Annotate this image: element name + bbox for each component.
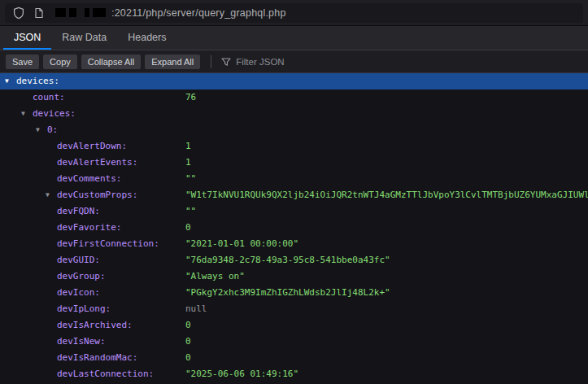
save-button[interactable]: Save xyxy=(6,55,39,69)
json-key: devGUID: xyxy=(0,252,100,268)
filter-json xyxy=(220,56,350,67)
json-value: "2025-06-06 01:49:16" xyxy=(185,366,298,382)
json-key: devIpLong: xyxy=(0,301,111,317)
expand-all-button[interactable]: Expand All xyxy=(145,55,200,69)
tab-json[interactable]: JSON xyxy=(3,26,51,50)
json-key: devIcon: xyxy=(0,285,100,301)
url-text: :20211/php/server/query_graphql.php xyxy=(111,7,286,19)
twisty-expanded-icon[interactable]: ▼ xyxy=(21,106,32,122)
json-row-devLastConnection[interactable]: devLastConnection:"2025-06-06 01:49:16" xyxy=(0,366,588,382)
json-value: "W1t7IkNVU1RQUk9QX2ljb24iOiJQR2tnWTJ4aGM… xyxy=(185,187,588,203)
json-row-devices[interactable]: ▼devices: xyxy=(0,73,588,89)
json-value: null xyxy=(185,301,207,317)
json-key: devices: xyxy=(0,106,76,122)
json-value: "" xyxy=(185,171,196,187)
json-row-devFQDN[interactable]: devFQDN:"" xyxy=(0,203,588,220)
json-value: "2021-01-01 00:00:00" xyxy=(185,236,298,252)
redaction-box xyxy=(93,8,106,17)
json-value: 1 xyxy=(185,155,191,171)
json-row-devGUID[interactable]: devGUID:"76da9348-2c78-49a3-95c8-541bbe0… xyxy=(0,252,588,268)
json-row-devAlertDown[interactable]: devAlertDown:1 xyxy=(0,138,588,155)
twisty-expanded-icon[interactable]: ▼ xyxy=(46,187,56,203)
json-key: devIsRandomMac: xyxy=(0,350,137,366)
json-key: count: xyxy=(0,89,65,106)
url-redactions xyxy=(55,8,106,17)
json-row-devIsNew[interactable]: devIsNew:0 xyxy=(0,334,588,350)
json-row-devAlertEvents[interactable]: devAlertEvents:1 xyxy=(0,155,588,171)
json-key: devCustomProps: xyxy=(0,187,137,203)
tab-headers[interactable]: Headers xyxy=(117,26,176,50)
json-value: "" xyxy=(185,203,196,220)
json-key: devFirstConnection: xyxy=(0,236,159,252)
browser-chrome: :20211/php/server/query_graphql.php xyxy=(0,0,588,26)
json-row-devFavorite[interactable]: devFavorite:0 xyxy=(0,220,588,236)
json-value: 0 xyxy=(185,334,191,350)
json-row-devices[interactable]: ▼devices: xyxy=(0,106,588,122)
json-row-devFirstConnection[interactable]: devFirstConnection:"2021-01-01 00:00:00" xyxy=(0,236,588,252)
toolbar-buttons: SaveCopyCollapse AllExpand All xyxy=(6,55,200,69)
json-row-count[interactable]: count:76 xyxy=(0,89,588,106)
json-toolbar: SaveCopyCollapse AllExpand All xyxy=(0,50,588,73)
toolbar-divider xyxy=(211,55,211,68)
json-key: devIsNew: xyxy=(0,334,106,350)
filter-icon xyxy=(220,56,231,67)
twisty-expanded-icon[interactable]: ▼ xyxy=(36,122,46,138)
json-key: devFavorite: xyxy=(0,220,121,236)
json-tree: ▼devices:count:76▼devices:▼0:devAlertDow… xyxy=(0,73,588,384)
json-value: 0 xyxy=(185,350,191,366)
json-value: "76da9348-2c78-49a3-95c8-541bbe0a43fc" xyxy=(185,252,390,268)
json-row-devCustomProps[interactable]: ▼devCustomProps:"W1t7IkNVU1RQUk9QX2ljb24… xyxy=(0,187,588,203)
json-row-0[interactable]: ▼0: xyxy=(0,122,588,138)
json-row-devGroup[interactable]: devGroup:"Always on" xyxy=(0,268,588,285)
page-icon[interactable] xyxy=(32,6,46,20)
json-value: "PGkgY2xhc3M9ImZhIGZhLWdsb2JlIj48L2k+" xyxy=(185,285,390,301)
json-row-devIcon[interactable]: devIcon:"PGkgY2xhc3M9ImZhIGZhLWdsb2JlIj4… xyxy=(0,285,588,301)
collapse-all-button[interactable]: Collapse All xyxy=(81,55,141,69)
json-key: devIsArchived: xyxy=(0,317,133,334)
tab-raw-data[interactable]: Raw Data xyxy=(51,26,117,50)
json-key: devAlertEvents: xyxy=(0,155,137,171)
twisty-expanded-icon[interactable]: ▼ xyxy=(5,73,15,89)
json-row-devIpLong[interactable]: devIpLong:null xyxy=(0,301,588,317)
json-value: 76 xyxy=(185,89,196,106)
json-key: devComments: xyxy=(0,171,121,187)
json-key: devLastConnection: xyxy=(0,366,154,382)
json-key: 0: xyxy=(0,122,58,138)
filter-json-input[interactable] xyxy=(236,57,350,67)
json-key: devFQDN: xyxy=(0,203,100,220)
shield-icon[interactable] xyxy=(11,6,26,20)
json-value: 0 xyxy=(185,220,191,236)
json-value: 0 xyxy=(185,317,191,334)
tab-bar: JSONRaw DataHeaders xyxy=(0,26,588,50)
redaction-box xyxy=(69,8,76,17)
json-row-devComments[interactable]: devComments:"" xyxy=(0,171,588,187)
json-row-devIsRandomMac[interactable]: devIsRandomMac:0 xyxy=(0,350,588,366)
json-row-devIsArchived[interactable]: devIsArchived:0 xyxy=(0,317,588,334)
json-key: devAlertDown: xyxy=(0,138,127,155)
json-key: devGroup: xyxy=(0,268,106,285)
copy-button[interactable]: Copy xyxy=(43,55,77,69)
json-value: "Always on" xyxy=(185,268,245,285)
redaction-box xyxy=(85,8,89,17)
redaction-box xyxy=(55,8,66,17)
url-bar[interactable]: :20211/php/server/query_graphql.php xyxy=(5,3,583,23)
json-value: 1 xyxy=(185,138,191,155)
